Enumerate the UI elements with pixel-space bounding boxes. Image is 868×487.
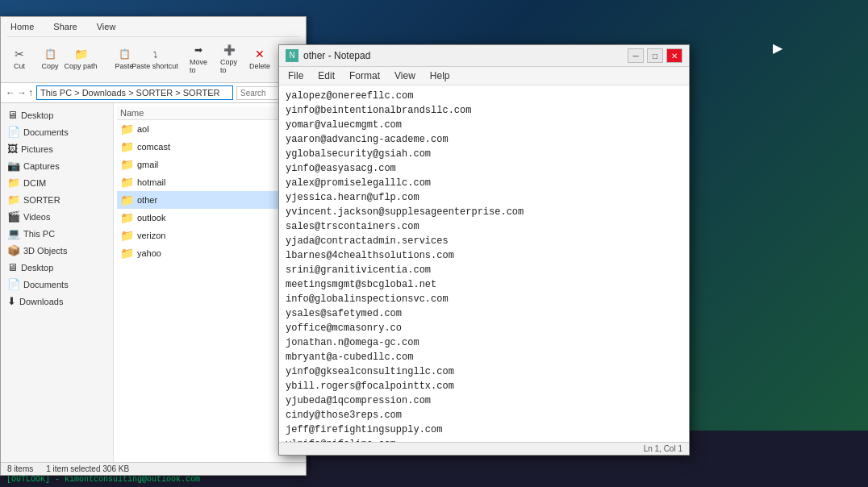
copy-button[interactable]: 📋 Copy (38, 44, 62, 72)
sidebar-item-desktop2[interactable]: 🖥 Desktop (1, 259, 113, 276)
documents-icon: 📄 (7, 126, 20, 138)
file-item-comcast[interactable]: 📁 comcast (117, 138, 303, 156)
menu-help[interactable]: Help (428, 69, 453, 82)
file-item-aol[interactable]: 📁 aol (117, 120, 303, 138)
sidebar-item-pictures[interactable]: 🖼 Pictures (1, 140, 113, 157)
downloads-icon: ⬇ (7, 295, 16, 307)
address-bar: ← → ↑ This PC > Downloads > SORTER > SOR… (1, 83, 306, 103)
breadcrumb[interactable]: This PC > Downloads > SORTER > SORTER (36, 85, 233, 100)
thispc-icon: 💻 (7, 227, 20, 239)
folder-icon-aol: 📁 (120, 123, 134, 135)
mouse-cursor: ▶ (773, 40, 779, 50)
minimize-button[interactable]: ─ (628, 48, 644, 63)
close-button[interactable]: ✕ (666, 48, 682, 63)
status-bar: 8 items 1 item selected 306 KB (1, 462, 306, 475)
explorer-main: 🖥 Desktop 📄 Documents 🖼 Pictures 📷 Captu… (1, 103, 306, 462)
notepad-textarea[interactable] (279, 85, 689, 442)
tab-home[interactable]: Home (7, 20, 37, 33)
move-to-button[interactable]: ➡ Move to (186, 40, 211, 76)
copy-path-button[interactable]: 📁 Copy path (69, 44, 93, 72)
menu-view[interactable]: View (392, 69, 418, 82)
item-count: 8 items (7, 464, 33, 473)
sidebar-item-downloads[interactable]: ⬇ Downloads (1, 293, 113, 310)
cursor-position: Ln 1, Col 1 (644, 444, 682, 453)
notepad-app-icon: N (286, 49, 298, 62)
menu-edit[interactable]: Edit (315, 69, 337, 82)
ribbon: Home Share View ✂ Cut 📋 Copy 📁 Copy (1, 17, 306, 83)
copy-to-button[interactable]: ➕ Copy to (217, 40, 241, 76)
sorter-icon: 📁 (7, 194, 20, 206)
file-list-header: Name (117, 106, 303, 120)
sidebar-item-sorter[interactable]: 📁 SORTER (1, 191, 113, 208)
notepad-statusbar: Ln 1, Col 1 (279, 442, 689, 455)
back-button[interactable]: ← (6, 87, 15, 98)
menu-file[interactable]: File (286, 69, 306, 82)
file-item-yahoo[interactable]: 📁 yahoo (117, 244, 303, 262)
titlebar-buttons: ─ □ ✕ (628, 48, 682, 63)
nav-arrows: ← → ↑ (6, 87, 33, 98)
folder-icon-hotmail: 📁 (120, 176, 134, 189)
paste-shortcut-icon: ⤵ (145, 46, 165, 62)
folder-icon-outlook: 📁 (120, 211, 134, 224)
folder-icon-gmail: 📁 (120, 158, 134, 171)
pictures-icon: 🖼 (7, 143, 18, 155)
dcim-icon: 📁 (7, 177, 20, 189)
notepad-content (279, 85, 689, 442)
file-explorer-window: Home Share View ✂ Cut 📋 Copy 📁 Copy (0, 16, 307, 476)
selection-info: 1 item selected 306 KB (46, 464, 129, 473)
folder-icon-verizon: 📁 (120, 229, 134, 242)
folder-icon-other: 📁 (120, 194, 134, 206)
file-item-gmail[interactable]: 📁 gmail (117, 156, 303, 173)
copy-icon: 📋 (40, 46, 60, 62)
cut-button[interactable]: ✂ Cut (7, 44, 31, 72)
file-item-other[interactable]: 📁 other (117, 191, 303, 209)
tab-share[interactable]: Share (50, 20, 80, 33)
file-item-hotmail[interactable]: 📁 hotmail (117, 173, 303, 191)
notepad-window: N other - Notepad ─ □ ✕ File Edit Format… (278, 44, 690, 456)
name-column-header: Name (120, 108, 144, 118)
desktop2-icon: 🖥 (7, 261, 18, 273)
paste-icon: 📋 (115, 46, 134, 62)
paste-shortcut-button[interactable]: ⤵ Paste shortcut (143, 44, 167, 72)
up-button[interactable]: ↑ (28, 87, 33, 98)
ribbon-content: ✂ Cut 📋 Copy 📁 Copy path 📋 Paste (7, 37, 299, 79)
folder-icon: 📁 (71, 46, 90, 62)
maximize-button[interactable]: □ (647, 48, 663, 63)
sidebar-item-desktop[interactable]: 🖥 Desktop (1, 106, 113, 123)
move-to-icon: ➡ (189, 42, 208, 58)
sidebar-item-dcim[interactable]: 📁 DCIM (1, 174, 113, 191)
desktop: Home Share View ✂ Cut 📋 Copy 📁 Copy (0, 0, 868, 487)
folder-icon-yahoo: 📁 (120, 247, 134, 260)
sidebar-item-3dobjects[interactable]: 📦 3D Objects (1, 242, 113, 259)
scissors-icon: ✂ (10, 46, 29, 62)
ribbon-tabs: Home Share View (7, 20, 299, 37)
desktop-icon: 🖥 (7, 109, 18, 121)
sidebar-item-documents[interactable]: 📄 Documents (1, 123, 113, 140)
sidebar-item-captures[interactable]: 📷 Captures (1, 157, 113, 174)
file-item-outlook[interactable]: 📁 outlook (117, 209, 303, 227)
documents2-icon: 📄 (7, 278, 20, 290)
sidebar: 🖥 Desktop 📄 Documents 🖼 Pictures 📷 Captu… (1, 103, 114, 462)
captures-icon: 📷 (7, 160, 20, 172)
notepad-title: other - Notepad (303, 50, 623, 61)
forward-button[interactable]: → (17, 87, 27, 98)
3dobjects-icon: 📦 (7, 244, 20, 256)
delete-icon: ✕ (250, 46, 269, 62)
tab-view[interactable]: View (94, 20, 119, 33)
sidebar-item-documents2[interactable]: 📄 Documents (1, 276, 113, 293)
delete-button[interactable]: ✕ Delete (248, 44, 272, 72)
sidebar-item-thispc[interactable]: 💻 This PC (1, 225, 113, 242)
copy-to-icon: ➕ (219, 42, 239, 58)
sidebar-item-videos[interactable]: 🎬 Videos (1, 208, 113, 225)
notepad-titlebar: N other - Notepad ─ □ ✕ (279, 45, 689, 67)
file-item-verizon[interactable]: 📁 verizon (117, 227, 303, 244)
notepad-menubar: File Edit Format View Help (279, 67, 689, 85)
videos-icon: 🎬 (7, 210, 20, 223)
menu-format[interactable]: Format (347, 69, 382, 82)
terminal-line-3: [OUTLOOK] - kimontconsulting@outlook.com (6, 475, 862, 484)
folder-icon-comcast: 📁 (120, 140, 134, 153)
file-list: Name 📁 aol 📁 comcast 📁 gmail 📁 hotmail (114, 103, 306, 462)
